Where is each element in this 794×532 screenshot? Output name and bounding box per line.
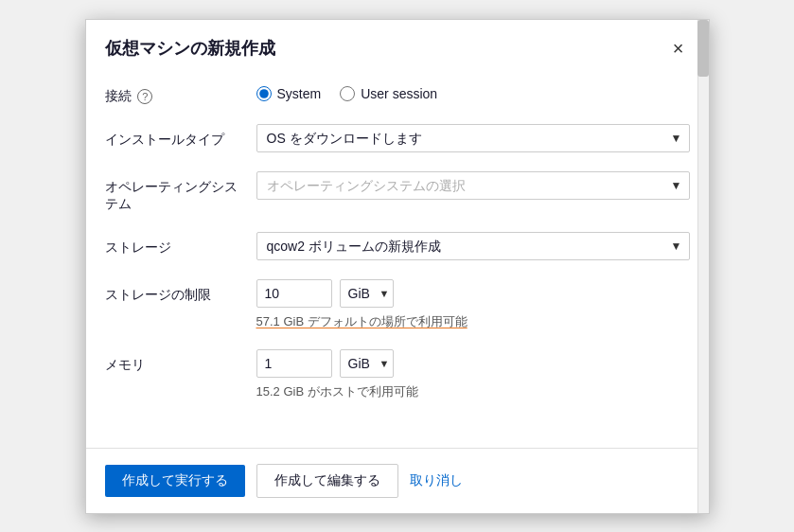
close-button[interactable]: × [667, 37, 690, 60]
memory-hint: 15.2 GiB がホストで利用可能 [256, 383, 690, 400]
os-label: オペレーティングシステム [105, 171, 256, 213]
radio-user-input[interactable] [340, 86, 355, 101]
storage-limit-hint: 57.1 GiB デフォルトの場所で利用可能 [256, 313, 690, 330]
dialog-header: 仮想マシンの新規作成 × [86, 20, 709, 71]
storage-row: ストレージ qcow2 ボリュームの新規作成 ▼ [105, 232, 690, 260]
memory-row: メモリ GiB MiB ▼ 15.2 GiB がホストで利用可能 [105, 349, 690, 400]
memory-input-row: GiB MiB ▼ [256, 349, 690, 378]
storage-limit-control: GiB MiB TiB ▼ 57.1 GiB デフォルトの場所で利用可能 [256, 279, 690, 330]
storage-limit-input[interactable] [256, 279, 332, 308]
storage-select-wrapper: qcow2 ボリュームの新規作成 ▼ [256, 232, 690, 260]
cancel-button[interactable]: 取り消し [410, 469, 463, 493]
scrollbar-thumb[interactable] [697, 20, 709, 77]
dialog-title: 仮想マシンの新規作成 [105, 37, 275, 60]
radio-system-label: System [277, 86, 322, 101]
os-control: オペレーティングシステムの選択 ▼ [256, 171, 690, 200]
scrollbar-track[interactable] [697, 20, 709, 513]
install-type-row: インストールタイプ OS をダウンロードします ▼ [105, 124, 690, 152]
memory-label: メモリ [105, 349, 256, 374]
connection-help-icon[interactable]: ? [137, 89, 152, 104]
dialog-footer: 作成して実行する 作成して編集する 取り消し [86, 448, 709, 513]
os-row: オペレーティングシステム オペレーティングシステムの選択 ▼ [105, 171, 690, 213]
create-edit-button[interactable]: 作成して編集する [256, 464, 398, 498]
radio-system-input[interactable] [256, 86, 272, 101]
storage-limit-row: ストレージの制限 GiB MiB TiB ▼ 57.1 GiB デフォルトの場所… [105, 279, 690, 330]
dialog-body: 接続 ? System User session インストールタイプ [86, 71, 709, 438]
storage-limit-label: ストレージの制限 [105, 279, 256, 304]
install-type-control: OS をダウンロードします ▼ [256, 124, 690, 152]
storage-limit-input-row: GiB MiB TiB ▼ [256, 279, 690, 308]
install-type-select-wrapper: OS をダウンロードします ▼ [256, 124, 690, 152]
storage-select[interactable]: qcow2 ボリュームの新規作成 [256, 232, 690, 260]
install-type-select[interactable]: OS をダウンロードします [256, 124, 690, 152]
radio-user-session[interactable]: User session [340, 86, 437, 101]
radio-user-label: User session [361, 86, 437, 101]
radio-system[interactable]: System [256, 86, 322, 101]
os-select-wrapper: オペレーティングシステムの選択 ▼ [256, 171, 690, 200]
install-type-label: インストールタイプ [105, 124, 256, 149]
memory-control: GiB MiB ▼ 15.2 GiB がホストで利用可能 [256, 349, 690, 400]
memory-input[interactable] [256, 349, 332, 378]
dialog: 仮想マシンの新規作成 × 接続 ? System User session [85, 19, 710, 514]
storage-control: qcow2 ボリュームの新規作成 ▼ [256, 232, 690, 260]
connection-control: System User session [256, 80, 690, 101]
os-select[interactable]: オペレーティングシステムの選択 [256, 171, 690, 200]
storage-unit-wrapper: GiB MiB TiB ▼ [340, 279, 394, 308]
connection-row: 接続 ? System User session [105, 80, 690, 105]
storage-label: ストレージ [105, 232, 256, 257]
memory-unit-select[interactable]: GiB MiB [340, 349, 394, 378]
memory-unit-wrapper: GiB MiB ▼ [340, 349, 394, 378]
connection-label: 接続 ? [105, 80, 256, 105]
storage-unit-select[interactable]: GiB MiB TiB [340, 279, 394, 308]
create-run-button[interactable]: 作成して実行する [105, 465, 245, 497]
radio-group: System User session [256, 80, 690, 101]
